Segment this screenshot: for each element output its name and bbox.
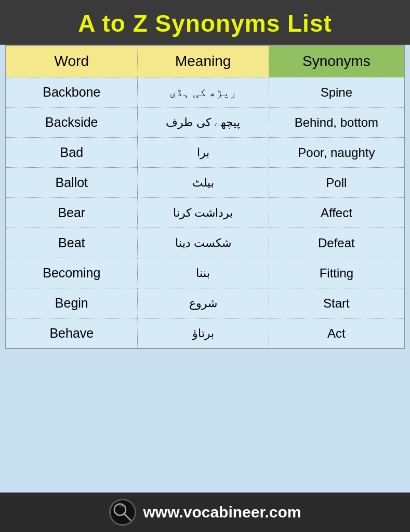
table-row: Beatشکست دیناDefeat <box>6 228 404 258</box>
svg-line-1 <box>124 514 130 520</box>
search-icon: www <box>111 501 134 524</box>
meaning-cell: شروع <box>137 288 269 318</box>
www-icon: www <box>109 499 136 526</box>
synonyms-table: Word Meaning Synonyms Backboneریڑھ کی ہڈ… <box>5 45 405 349</box>
header-synonyms: Synonyms <box>269 45 404 77</box>
word-cell: Backbone <box>6 77 137 108</box>
word-cell: Backside <box>6 108 137 138</box>
footer-url: www.vocabineer.com <box>143 503 301 521</box>
synonym-cell: Affect <box>269 198 404 228</box>
title-bar: A to Z Synonyms List <box>0 0 410 45</box>
word-cell: Bear <box>6 198 137 228</box>
table-row: BeginشروعStart <box>6 288 404 318</box>
word-cell: Ballot <box>6 168 137 198</box>
word-cell: Begin <box>6 288 137 318</box>
page-title: A to Z Synonyms List <box>78 10 332 37</box>
meaning-cell: برتاؤ <box>137 318 269 349</box>
synonym-cell: Act <box>269 318 404 349</box>
word-cell: Bad <box>6 138 137 168</box>
svg-text:www: www <box>118 504 126 508</box>
table-row: Bearبرداشت کرناAffect <box>6 198 404 228</box>
synonym-cell: Defeat <box>269 228 404 258</box>
table-header-row: Word Meaning Synonyms <box>6 45 404 77</box>
table-row: Backboneریڑھ کی ہڈیSpine <box>6 77 404 108</box>
footer-bar: www www.vocabineer.com <box>0 493 410 532</box>
table-row: BadبراPoor, naughty <box>6 138 404 168</box>
synonym-cell: Behind, bottom <box>269 108 404 138</box>
synonym-cell: Poll <box>269 168 404 198</box>
header-meaning: Meaning <box>137 45 269 77</box>
synonym-cell: Start <box>269 288 404 318</box>
header-word: Word <box>6 45 137 77</box>
meaning-cell: ریڑھ کی ہڈی <box>137 77 269 108</box>
table-container: Word Meaning Synonyms Backboneریڑھ کی ہڈ… <box>0 45 410 493</box>
table-row: BallotبیلٹPoll <box>6 168 404 198</box>
meaning-cell: پیچھے کی طرف <box>137 108 269 138</box>
table-row: BehaveبرتاؤAct <box>6 318 404 349</box>
meaning-cell: بننا <box>137 258 269 288</box>
word-cell: Behave <box>6 318 137 349</box>
meaning-cell: برداشت کرنا <box>137 198 269 228</box>
word-cell: Becoming <box>6 258 137 288</box>
table-row: BecomingبنناFitting <box>6 258 404 288</box>
table-row: Backsideپیچھے کی طرفBehind, bottom <box>6 108 404 138</box>
synonym-cell: Fitting <box>269 258 404 288</box>
page-wrapper: A to Z Synonyms List Word Meaning Synony… <box>0 0 410 532</box>
synonym-cell: Poor, naughty <box>269 138 404 168</box>
meaning-cell: شکست دینا <box>137 228 269 258</box>
meaning-cell: برا <box>137 138 269 168</box>
synonym-cell: Spine <box>269 77 404 108</box>
word-cell: Beat <box>6 228 137 258</box>
meaning-cell: بیلٹ <box>137 168 269 198</box>
